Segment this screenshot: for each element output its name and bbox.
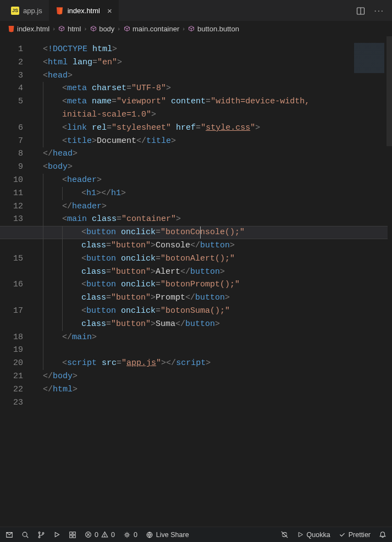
git-branch-icon[interactable] — [37, 531, 45, 539]
tab-index-html[interactable]: index.html × — [49, 0, 119, 21]
ports-indicator[interactable]: 0 — [123, 531, 137, 539]
extensions-icon[interactable] — [69, 531, 76, 539]
chevron-right-icon: › — [183, 25, 185, 32]
breadcrumb-item[interactable]: main.container — [123, 25, 179, 33]
js-icon: JS — [11, 7, 19, 15]
svg-rect-8 — [73, 532, 75, 534]
svg-point-4 — [38, 532, 40, 533]
element-icon — [188, 25, 195, 32]
minimap[interactable] — [354, 43, 384, 73]
code-content[interactable]: <!DOCTYPE html><html lang="en"><head><me… — [43, 43, 388, 409]
chevron-right-icon: › — [84, 25, 86, 32]
svg-point-15 — [104, 536, 105, 537]
breadcrumb: index.html › html › body › main.containe… — [0, 21, 392, 36]
quokka-button[interactable]: Quokka — [297, 531, 330, 539]
chevron-right-icon: › — [118, 25, 120, 32]
svg-line-3 — [26, 536, 28, 538]
svg-rect-10 — [73, 535, 75, 537]
html-file-icon — [8, 25, 15, 32]
breadcrumb-item[interactable]: html — [58, 25, 81, 33]
problems-indicator[interactable]: 0 0 — [85, 531, 115, 539]
svg-point-6 — [42, 532, 44, 534]
chevron-right-icon: › — [53, 25, 55, 32]
tab-label: index.html — [68, 7, 100, 15]
element-icon — [90, 25, 97, 32]
breadcrumb-item[interactable]: button.button — [188, 25, 239, 33]
search-icon[interactable] — [21, 531, 29, 539]
code-editor[interactable]: 1234567891011121314151617181920212223 <!… — [0, 36, 392, 527]
notifications-icon[interactable] — [379, 531, 387, 539]
split-editor-icon[interactable] — [356, 5, 365, 15]
svg-point-16 — [126, 533, 128, 535]
remote-indicator[interactable] — [5, 531, 13, 539]
element-icon — [58, 25, 65, 32]
breadcrumb-item[interactable]: body — [90, 25, 114, 33]
tab-bar: JS app.js index.html × ··· — [0, 0, 392, 21]
close-icon[interactable]: × — [107, 6, 112, 15]
svg-point-5 — [38, 536, 40, 538]
tab-app-js[interactable]: JS app.js — [4, 0, 49, 21]
debug-icon[interactable] — [53, 531, 60, 538]
no-sync-icon[interactable] — [280, 530, 289, 539]
element-icon — [123, 25, 130, 32]
live-share-button[interactable]: Live Share — [146, 531, 189, 539]
breadcrumb-item[interactable]: index.html — [8, 25, 49, 33]
status-bar: 0 0 0 Live Share Quokka Prettier — [0, 527, 392, 542]
svg-rect-7 — [70, 532, 72, 534]
more-actions-icon[interactable]: ··· — [374, 5, 384, 15]
svg-rect-9 — [70, 535, 72, 537]
svg-point-2 — [23, 532, 27, 537]
html-icon — [56, 7, 64, 15]
prettier-button[interactable]: Prettier — [339, 531, 371, 539]
overview-ruler[interactable] — [387, 36, 392, 146]
tab-label: app.js — [23, 7, 42, 15]
